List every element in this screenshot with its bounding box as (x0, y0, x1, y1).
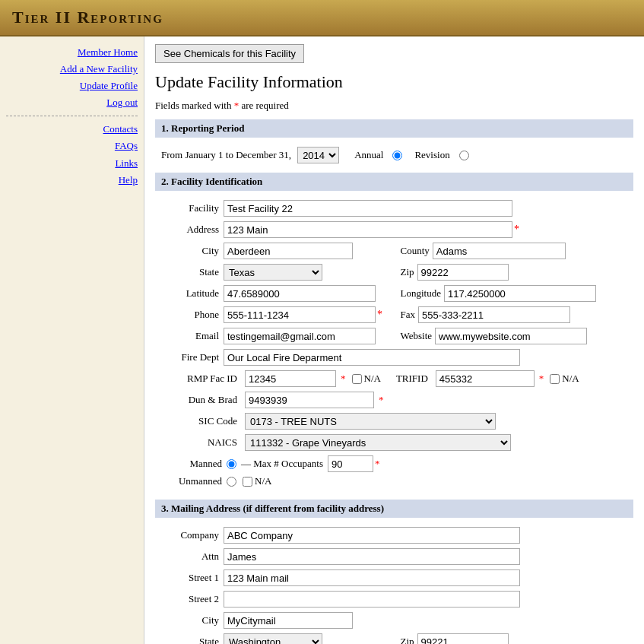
unmanned-label: Unmanned (158, 475, 227, 487)
sic-row: SIC Code 0173 - TREE NUTS (155, 413, 633, 430)
phone-input[interactable] (224, 306, 376, 323)
update-profile-link[interactable]: Update Profile (6, 78, 138, 94)
address-row: Address * (155, 221, 633, 238)
trifid-input[interactable] (436, 370, 535, 387)
attn-row: Attn (155, 548, 633, 565)
address-label: Address (155, 224, 224, 236)
trifid-na-checkbox[interactable] (550, 374, 560, 384)
year-select[interactable]: 2014 2013 2015 (297, 147, 339, 163)
website-label: Website (401, 330, 433, 342)
required-star: * (234, 100, 242, 111)
rmp-na-label: N/A (364, 373, 381, 385)
street1-label: Street 1 (155, 572, 224, 584)
sic-select[interactable]: 0173 - TREE NUTS (245, 413, 496, 430)
unmanned-na-checkbox[interactable] (243, 477, 252, 487)
email-label: Email (155, 330, 224, 342)
zip-label: Zip (401, 266, 414, 278)
website-input[interactable] (435, 328, 587, 344)
state-select[interactable]: AlabamaAlaskaArizonaArkansas CaliforniaC… (224, 264, 322, 281)
reporting-period-row: From January 1 to December 31, 2014 2013… (155, 144, 633, 170)
manned-row: Manned — Max # Occupants * (155, 455, 633, 472)
see-chemicals-button[interactable]: See Chemicals for this Facility (155, 44, 304, 63)
dun-brad-label: Dun & Brad (158, 394, 242, 406)
trifid-label: TRIFID (396, 373, 428, 385)
latitude-label: Latitude (155, 287, 224, 300)
company-row: Company (155, 527, 633, 544)
sic-label: SIC Code (158, 415, 242, 427)
dun-brad-row: Dun & Brad * (155, 392, 633, 408)
latitude-input[interactable] (224, 285, 376, 302)
facility-label: Facility (155, 202, 224, 214)
facility-input[interactable] (224, 200, 512, 217)
facility-row: Facility (155, 200, 633, 217)
email-input[interactable] (224, 328, 376, 344)
attn-input[interactable] (224, 548, 520, 565)
mail-city-row: City (155, 612, 633, 629)
sidebar-divider (6, 116, 138, 116)
unmanned-radio[interactable] (227, 477, 236, 487)
city-input[interactable] (224, 243, 353, 259)
mailing-section: Company Attn Street 1 Street 2 City (155, 524, 633, 644)
lat-lon-row: Latitude Longitude (155, 285, 633, 302)
max-occupants-label: — Max # Occupants (241, 458, 323, 470)
dun-brad-input[interactable] (245, 392, 374, 408)
reporting-period-header: 1. Reporting Period (155, 119, 633, 138)
mail-city-label: City (155, 614, 224, 627)
fire-dept-input[interactable] (224, 349, 520, 366)
company-input[interactable] (224, 527, 520, 544)
page-title: Update Facility Information (155, 72, 633, 92)
longitude-input[interactable] (444, 285, 596, 302)
company-label: Company (155, 529, 224, 541)
longitude-label: Longitude (401, 287, 441, 300)
annual-radio[interactable] (392, 151, 402, 160)
naics-row: NAICS 111332 - Grape Vineyards (155, 434, 633, 451)
site-title: Tier II Reporting (12, 8, 632, 27)
facility-id-section: Facility Address * City County (155, 197, 633, 496)
trifid-na-label: N/A (562, 373, 579, 385)
street2-row: Street 2 (155, 591, 633, 608)
log-out-link[interactable]: Log out (6, 94, 138, 111)
help-link[interactable]: Help (6, 172, 138, 189)
header: Tier II Reporting (0, 0, 644, 36)
street1-input[interactable] (224, 569, 520, 586)
rmp-trifid-row: RMP Fac ID * N/A TRIFID * N/A (155, 370, 633, 387)
rmp-input[interactable] (245, 370, 336, 387)
phone-label: Phone (155, 309, 224, 321)
main-content: See Chemicals for this Facility Update F… (144, 36, 644, 644)
naics-select[interactable]: 111332 - Grape Vineyards (245, 434, 511, 451)
manned-radio[interactable] (227, 459, 236, 469)
zip-input[interactable] (417, 264, 509, 281)
state-zip-row: State AlabamaAlaskaArizonaArkansas Calif… (155, 264, 633, 281)
address-input[interactable] (224, 221, 512, 238)
member-home-link[interactable]: Member Home (6, 44, 138, 61)
mail-zip-input[interactable] (417, 633, 509, 644)
add-new-facility-link[interactable]: Add a New Facility (6, 61, 138, 78)
rmp-label: RMP Fac ID (158, 373, 242, 385)
mailing-address-header: 3. Mailing Address (if different from fa… (155, 500, 633, 518)
max-occupants-input[interactable] (328, 455, 373, 472)
county-input[interactable] (433, 243, 566, 259)
naics-label: NAICS (158, 436, 242, 449)
mail-city-input[interactable] (224, 612, 353, 629)
fire-dept-row: Fire Dept (155, 349, 633, 366)
mail-state-select[interactable]: AlabamaAlaskaArizonaArkansas CaliforniaC… (224, 633, 322, 644)
revision-radio[interactable] (459, 151, 469, 160)
period-prefix: From January 1 to December 31, (161, 149, 291, 161)
rmp-na-checkbox[interactable] (352, 374, 362, 384)
faqs-link[interactable]: FAQs (6, 138, 138, 154)
address-required: * (514, 224, 519, 236)
fax-input[interactable] (418, 306, 570, 323)
contacts-link[interactable]: Contacts (6, 121, 138, 138)
unmanned-row: Unmanned N/A (155, 475, 633, 487)
phone-required: * (377, 309, 382, 321)
street1-row: Street 1 (155, 569, 633, 586)
attn-label: Attn (155, 550, 224, 563)
phone-fax-row: Phone * Fax (155, 306, 633, 323)
links-link[interactable]: Links (6, 155, 138, 172)
email-website-row: Email Website (155, 328, 633, 344)
street2-input[interactable] (224, 591, 520, 608)
revision-label: Revision (414, 149, 449, 161)
mail-state-label: State (155, 636, 224, 644)
fire-dept-label: Fire Dept (155, 351, 224, 363)
state-label: State (155, 266, 224, 278)
